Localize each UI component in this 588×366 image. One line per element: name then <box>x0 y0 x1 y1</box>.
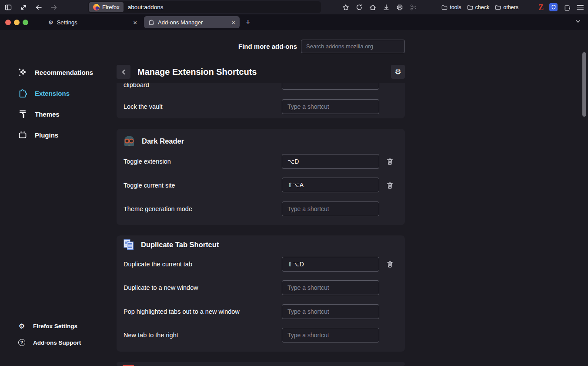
shortcut-card-dark-reader: Dark Reader Toggle extension Toggle curr… <box>117 129 405 225</box>
shortcut-row-label: Duplicate to a new window <box>124 284 198 292</box>
sidebar-item-label: Themes <box>35 111 60 118</box>
puzzle-icon <box>148 19 154 25</box>
extension-name: Dark Reader <box>142 137 184 145</box>
sidebar-item-label: Add-ons Support <box>33 339 81 346</box>
new-tab-button[interactable]: + <box>246 18 251 27</box>
find-addons-label: Find more add-ons <box>238 43 297 50</box>
shortcut-row-label: New tab to the right <box>124 331 178 339</box>
extensions-puzzle-icon[interactable] <box>563 3 571 11</box>
shortcut-input-toggle-extension[interactable] <box>282 154 379 169</box>
tab-bar: ⚙ Settings × Add-ons Manager × + <box>0 14 588 30</box>
shortcut-input-duplicate-current-tab[interactable] <box>282 257 379 272</box>
shortcut-input-lock-vault[interactable] <box>282 99 379 114</box>
shortcut-input-pop-highlighted-tabs[interactable] <box>282 304 379 319</box>
trash-icon <box>386 260 394 268</box>
list-all-tabs-chevron-icon[interactable] <box>575 18 581 26</box>
tab-label: Add-ons Manager <box>158 19 203 26</box>
shortcut-input-theme-generation-mode[interactable] <box>282 201 379 216</box>
gear-icon: ⚙ <box>394 67 401 77</box>
dark-reader-icon <box>123 135 136 147</box>
shortcut-card-next-partial <box>117 362 405 366</box>
bookmark-folder-others[interactable]: others <box>495 4 518 10</box>
shortcut-input-toggle-current-site[interactable] <box>282 178 379 192</box>
tools-menu-button[interactable]: ⚙ <box>391 65 405 79</box>
trash-icon <box>386 181 394 189</box>
sidebar-item-label: Firefox Settings <box>33 323 77 329</box>
folder-icon <box>495 4 501 10</box>
sidebar-footer: ⚙ Firefox Settings ? Add-ons Support <box>17 318 113 351</box>
close-window-button[interactable] <box>5 20 11 25</box>
close-tab-icon[interactable]: × <box>231 19 235 26</box>
tab-label: Settings <box>57 19 77 26</box>
privacy-shield-extension-icon[interactable] <box>549 3 558 11</box>
chevron-left-icon <box>120 69 127 75</box>
tab-settings[interactable]: ⚙ Settings × <box>44 16 141 28</box>
sidebar-item-label: Extensions <box>35 90 70 97</box>
sidebar-item-plugins[interactable]: Plugins <box>17 124 113 145</box>
forward-icon[interactable] <box>50 3 58 11</box>
url-text[interactable]: about:addons <box>128 4 164 10</box>
shortcut-input-new-tab-right[interactable] <box>282 328 379 342</box>
reload-icon[interactable] <box>355 3 363 11</box>
sparkle-icon <box>17 67 28 77</box>
question-icon: ? <box>17 338 26 347</box>
shortcuts-header: Manage Extension Shortcuts ⚙ <box>117 61 405 83</box>
window-controls <box>0 20 34 25</box>
close-tab-icon[interactable]: × <box>133 19 137 26</box>
folder-icon <box>441 4 448 10</box>
menu-hamburger-icon[interactable] <box>577 5 584 10</box>
browser-window: Firefox about:addons tools check others <box>0 0 588 366</box>
shortcut-row-label: Lock the vault <box>124 103 162 111</box>
shortcut-row-label: Pop highlighted tabs out to a new window <box>124 308 240 316</box>
home-icon[interactable] <box>369 3 377 11</box>
sidebar-item-extensions[interactable]: Extensions <box>17 83 113 104</box>
zotero-extension-icon[interactable]: Z <box>538 3 544 11</box>
back-icon[interactable] <box>35 3 43 11</box>
sidebar-item-label: Plugins <box>35 131 58 139</box>
paintbrush-icon <box>17 109 28 119</box>
shortcut-row-label: Toggle current site <box>124 181 175 189</box>
bookmark-label: check <box>475 4 490 10</box>
remove-shortcut-button[interactable] <box>386 158 394 165</box>
shortcut-input-duplicate-new-window[interactable] <box>282 280 379 295</box>
tab-addons-manager[interactable]: Add-ons Manager × <box>144 16 240 28</box>
addons-manager-page: Find more add-ons Recommendations Extens… <box>0 30 588 366</box>
shortcut-row-label: Toggle extension <box>124 158 171 165</box>
sidebar-item-recommendations[interactable]: Recommendations <box>17 62 113 83</box>
bookmark-folder-check[interactable]: check <box>467 4 490 10</box>
extension-name: Duplicate Tab Shortcut <box>141 241 219 249</box>
search-engine-chip[interactable]: Firefox <box>89 2 124 12</box>
sidebar-item-addons-support[interactable]: ? Add-ons Support <box>17 334 113 351</box>
url-bar[interactable]: Firefox about:addons <box>88 1 321 13</box>
sidebar-item-label: Recommendations <box>35 69 93 76</box>
downloads-icon[interactable] <box>382 3 390 11</box>
addons-search-input[interactable] <box>301 40 405 53</box>
shortcut-row-label: Duplicate the current tab <box>124 260 192 268</box>
gear-icon: ⚙ <box>17 322 26 330</box>
remove-shortcut-button[interactable] <box>386 260 394 268</box>
shortcut-card-duplicate-tab: Duplicate Tab Shortcut Duplicate the cur… <box>117 235 405 352</box>
sidebar-item-themes[interactable]: Themes <box>17 104 113 124</box>
page-title: Manage Extension Shortcuts <box>137 67 257 77</box>
screenshot-tool-icon[interactable] <box>409 3 417 11</box>
duplicate-tab-icon <box>123 238 135 251</box>
sidebar-toggle-icon[interactable] <box>4 3 12 11</box>
scrollbar-thumb[interactable] <box>582 52 586 117</box>
find-addons-row: Find more add-ons <box>217 40 405 53</box>
remove-shortcut-button[interactable] <box>386 181 394 189</box>
fullscreen-expand-icon[interactable] <box>20 3 27 11</box>
bookmark-star-icon[interactable] <box>342 3 350 11</box>
addons-sidebar: Recommendations Extensions Themes Plugin… <box>17 62 113 145</box>
folder-icon <box>467 4 473 10</box>
zoom-window-button[interactable] <box>23 20 28 25</box>
puzzle-icon <box>17 88 28 98</box>
back-button[interactable] <box>117 65 130 79</box>
sidebar-item-firefox-settings[interactable]: ⚙ Firefox Settings <box>17 318 113 334</box>
print-icon[interactable] <box>396 3 404 11</box>
plug-icon <box>17 130 28 140</box>
search-engine-label: Firefox <box>102 4 120 10</box>
trash-icon <box>386 158 394 165</box>
minimize-window-button[interactable] <box>14 20 20 25</box>
bookmark-folder-tools[interactable]: tools <box>441 4 461 10</box>
bookmark-label: tools <box>450 4 461 10</box>
